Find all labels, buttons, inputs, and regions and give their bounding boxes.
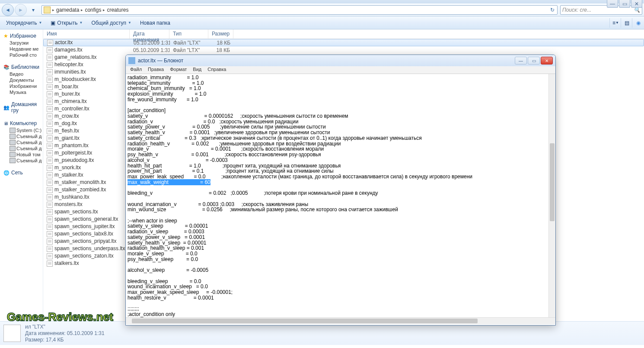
details-size: Размер: 17,4 КБ — [25, 337, 105, 343]
share-menu[interactable]: Общий доступ▼ — [88, 18, 135, 28]
notepad-icon — [128, 57, 135, 64]
file-row[interactable]: damages.ltx05.10.2009 1:31Файл "LTX"18 К… — [43, 46, 644, 54]
notepad-window: actor.ltx — Блокнот — ▭ ✕ ФайлПравкаФорм… — [125, 55, 556, 325]
libraries-group[interactable]: 📚 Библиотеки — [1, 62, 42, 71]
np-close-button[interactable]: ✕ — [541, 57, 553, 64]
sidebar-item[interactable]: Загрузки — [1, 40, 42, 46]
notepad-menubar: ФайлПравкаФорматВидСправка — [126, 66, 555, 74]
star-icon: ★ — [3, 33, 8, 39]
sidebar-drive[interactable]: Новый том ( — [1, 151, 42, 158]
notepad-title: actor.ltx — Блокнот — [138, 58, 183, 64]
homegroup[interactable]: 👥 Домашняя гру — [1, 100, 42, 114]
computer-group[interactable]: 🖥 Компьютер — [1, 119, 42, 127]
sidebar-item[interactable]: Документы — [1, 77, 42, 83]
sidebar-drive[interactable]: System (C:) — [1, 127, 42, 133]
favorites-group[interactable]: ★Избранное — [1, 31, 42, 40]
breadcrumb-segment[interactable]: creatures — [105, 7, 130, 13]
scrollbar-thumb[interactable] — [132, 319, 478, 323]
toolbar: Упорядочить▼ ▣ Открыть▼ Общий доступ▼ Но… — [0, 16, 644, 29]
sidebar-drive[interactable]: Съемный ди — [1, 133, 42, 139]
details-date: Дата изменения: 05.10.2009 1:31 — [25, 330, 105, 336]
sidebar-drive[interactable]: Съемный ди — [1, 158, 42, 164]
menu-item[interactable]: Справка — [205, 66, 229, 74]
details-type: ил "LTX" — [25, 324, 105, 330]
new-folder-button[interactable]: Новая папка — [137, 18, 174, 28]
sidebar-item[interactable]: Видео — [1, 71, 42, 77]
network-group[interactable]: 🌐 Сеть — [1, 168, 42, 177]
maximize-button[interactable]: ▭ — [619, 0, 630, 8]
sidebar: ★Избранное ЗагрузкиНедавние меРабочий ст… — [0, 29, 43, 321]
refresh-icon[interactable]: ↻ — [548, 7, 557, 13]
horizontal-scrollbar[interactable] — [126, 317, 555, 324]
vertical-scrollbar[interactable] — [548, 74, 555, 317]
col-type[interactable]: Тип — [169, 29, 208, 39]
nav-bar: ◄ ► ▾ ▸ gamedata ▸ configs ▸ creatures ↻… — [0, 3, 644, 16]
sidebar-item[interactable]: Музыка — [1, 89, 42, 95]
col-size[interactable]: Размер — [208, 29, 233, 39]
breadcrumb-segment[interactable]: gamedata — [54, 7, 81, 13]
np-minimize-button[interactable]: — — [515, 57, 527, 64]
sidebar-item[interactable]: Недавние ме — [1, 46, 42, 52]
menu-item[interactable]: Правка — [145, 66, 166, 74]
sidebar-drive[interactable]: Съемный ди — [1, 145, 42, 151]
scrollbar-thumb[interactable] — [550, 143, 555, 221]
folder-icon — [44, 6, 51, 13]
col-modified[interactable]: Дата изменения — [130, 29, 169, 39]
forward-button[interactable]: ► — [15, 4, 27, 16]
open-menu[interactable]: ▣ Открыть▼ — [47, 18, 86, 28]
preview-pane-icon[interactable]: ▤ — [621, 18, 630, 28]
organize-menu[interactable]: Упорядочить▼ — [3, 18, 45, 28]
minimize-button[interactable]: — — [607, 0, 618, 8]
sidebar-item[interactable]: Рабочий сто — [1, 52, 42, 58]
breadcrumb-segment[interactable]: configs — [83, 7, 103, 13]
explorer-titlebar[interactable] — [0, 0, 644, 3]
view-icon[interactable]: ≡ ▼ — [609, 18, 619, 28]
sidebar-drive[interactable]: Съемный ди — [1, 139, 42, 145]
file-row[interactable]: actor.ltx05.10.2009 1:31Файл "LTX"18 КБ — [43, 39, 644, 46]
sidebar-item[interactable]: Изображени — [1, 83, 42, 89]
menu-item[interactable]: Формат — [167, 66, 189, 74]
notepad-textarea[interactable]: radiation_immunity = 1.0 telepatic_immun… — [126, 74, 555, 317]
menu-item[interactable]: Вид — [190, 66, 204, 74]
address-bar[interactable]: ▸ gamedata ▸ configs ▸ creatures ↻ — [41, 5, 558, 15]
col-name[interactable]: Имя — [43, 29, 130, 39]
file-type-icon — [3, 325, 21, 342]
np-maximize-button[interactable]: ▭ — [528, 57, 540, 64]
selected-text: max_walk_weight = 60 — [128, 179, 210, 185]
nav-dropdown[interactable]: ▾ — [28, 5, 39, 15]
notepad-titlebar[interactable]: actor.ltx — Блокнот — ▭ ✕ — [126, 55, 555, 66]
help-icon[interactable]: ◉ — [632, 18, 641, 28]
column-headers: Имя Дата изменения Тип Размер — [43, 29, 644, 39]
back-button[interactable]: ◄ — [2, 4, 14, 16]
menu-item[interactable]: Файл — [128, 66, 144, 74]
close-button[interactable]: ✕ — [631, 0, 642, 8]
